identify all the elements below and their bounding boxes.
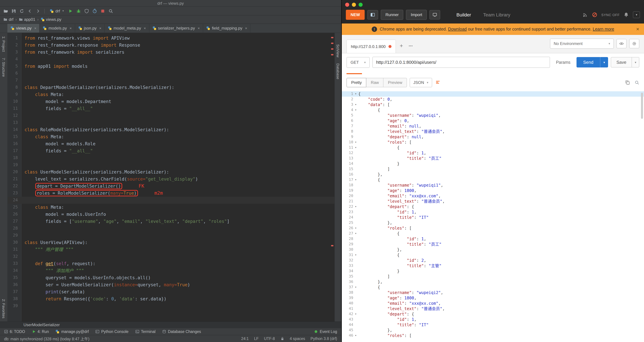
banner-close-icon[interactable]: ×: [636, 26, 639, 32]
forward-button[interactable]: [34, 7, 42, 14]
debug-button[interactable]: [75, 7, 82, 14]
save-button[interactable]: Save ▾: [611, 57, 639, 67]
status-value[interactable]: Python 3.8 (drf): [310, 337, 337, 341]
event-log-button[interactable]: Event Log: [314, 330, 337, 334]
new-tab-button[interactable]: +: [396, 43, 407, 49]
window-controls[interactable]: [345, 3, 363, 7]
copy-icon[interactable]: [625, 80, 630, 85]
editor-tab[interactable]: field_mapping.py×: [203, 24, 250, 32]
tool-window-button[interactable]: 2: Favorites: [2, 299, 6, 318]
url-input[interactable]: [372, 57, 550, 68]
tool-window-button[interactable]: SciView: [336, 44, 340, 57]
tab-close-icon[interactable]: ×: [34, 26, 36, 30]
view-preview-button[interactable]: Preview: [383, 78, 407, 87]
fold-icon[interactable]: ▾: [353, 231, 358, 236]
status-value[interactable]: UTF-8: [264, 337, 275, 341]
editor-tab[interactable]: models.py×: [40, 24, 75, 32]
send-button[interactable]: Send ▾: [576, 57, 608, 67]
fold-icon[interactable]: ▾: [353, 252, 358, 258]
import-button[interactable]: Import: [406, 10, 427, 20]
stop-button[interactable]: [99, 7, 106, 14]
back-button[interactable]: [26, 7, 34, 14]
search-button[interactable]: [107, 7, 114, 14]
settings-button[interactable]: [629, 39, 639, 48]
status-value[interactable]: 4 spaces: [290, 337, 305, 341]
coverage-button[interactable]: [83, 7, 90, 14]
sync-button[interactable]: [18, 7, 26, 14]
fold-icon[interactable]: ▾: [353, 333, 358, 338]
status-value[interactable]: 24:1: [241, 337, 249, 341]
save-button[interactable]: [10, 7, 18, 14]
profiler-button[interactable]: [91, 7, 98, 14]
fold-icon[interactable]: ▾: [353, 140, 358, 145]
toolbar-button-run[interactable]: 4: Run: [32, 330, 49, 334]
fold-icon[interactable]: ▾: [353, 91, 358, 97]
fold-icon[interactable]: ▾: [353, 102, 358, 107]
fold-icon[interactable]: ▾: [353, 177, 358, 183]
send-options-icon[interactable]: ▾: [600, 57, 608, 67]
method-select[interactable]: GET ▾: [346, 57, 370, 68]
tab-builder[interactable]: Builder: [456, 12, 471, 17]
breadcrumb-item[interactable]: drf: [3, 17, 14, 22]
fold-icon[interactable]: ▾: [353, 312, 358, 317]
editor-tab[interactable]: views.py×: [8, 24, 40, 32]
sync-disabled-button[interactable]: [592, 12, 597, 17]
tool-window-button[interactable]: Database: [336, 63, 340, 79]
tab-close-icon[interactable]: ×: [245, 26, 247, 30]
tab-close-icon[interactable]: ×: [198, 26, 200, 30]
breadcrumb-item[interactable]: app01: [19, 17, 35, 22]
fold-icon[interactable]: ▾: [353, 285, 358, 290]
status-value[interactable]: LF: [254, 337, 258, 341]
close-window-button[interactable]: [345, 3, 349, 7]
account-menu-button[interactable]: ▾: [633, 11, 640, 18]
toolbar-button-python[interactable]: manage.py@drf: [56, 330, 89, 334]
learn-more-link[interactable]: Learn more: [593, 27, 614, 31]
format-select[interactable]: JSON ▾: [410, 78, 432, 87]
minimize-window-button[interactable]: [352, 3, 356, 7]
fold-icon: [353, 322, 358, 328]
new-button[interactable]: NEW: [346, 10, 365, 20]
tab-team-library[interactable]: Team Library: [483, 12, 510, 17]
beautify-button[interactable]: [435, 80, 440, 85]
editor-tab[interactable]: json.py×: [75, 24, 105, 32]
tab-close-icon[interactable]: ×: [70, 26, 72, 30]
request-tab[interactable]: http://127.0.0.1:800: [346, 40, 396, 53]
run-button[interactable]: [67, 7, 74, 14]
editor-tab[interactable]: model_meta.py×: [105, 24, 149, 32]
editor-tab[interactable]: serializer_helpers.py×: [149, 24, 203, 32]
toolbar-button-db[interactable]: Database Changes: [162, 330, 201, 334]
download-link[interactable]: Download: [448, 27, 467, 31]
environment-select[interactable]: No Environment ▾: [550, 38, 614, 49]
fold-icon[interactable]: ▾: [353, 107, 358, 113]
params-button[interactable]: Params: [553, 57, 574, 67]
tab-close-icon[interactable]: ×: [144, 26, 146, 30]
search-response-icon[interactable]: [634, 80, 639, 85]
runner-button[interactable]: Runner: [381, 10, 404, 20]
pane-toggle-button[interactable]: [367, 10, 378, 19]
fold-icon[interactable]: ▾: [353, 145, 358, 150]
scrollbar-thumb[interactable]: [641, 93, 643, 119]
bell-button[interactable]: [624, 12, 629, 17]
fold-icon[interactable]: ▾: [353, 226, 358, 231]
run-config-selector[interactable]: drf ▾: [47, 8, 66, 13]
toolbar-button-terminal[interactable]: Terminal: [135, 330, 156, 334]
view-pretty-button[interactable]: Pretty: [346, 78, 366, 87]
tool-window-button[interactable]: 7: Structure: [2, 58, 6, 77]
save-options-icon[interactable]: ▾: [632, 57, 639, 67]
toolbar-button-console[interactable]: Python Console: [96, 330, 128, 334]
breadcrumb-item[interactable]: views.py: [40, 17, 61, 22]
open-button[interactable]: [2, 7, 10, 14]
view-raw-button[interactable]: Raw: [366, 78, 384, 87]
tool-window-button[interactable]: 1: Project: [2, 36, 6, 52]
new-window-button[interactable]: [430, 10, 440, 19]
zoom-window-button[interactable]: [358, 3, 363, 7]
error-stripe[interactable]: [330, 33, 334, 322]
response-body[interactable]: 1▾{2 "code": 0,3▾ "data": [4▾ {5 "userna…: [342, 90, 644, 342]
environment-preview-button[interactable]: [616, 39, 626, 48]
fold-icon[interactable]: ▾: [353, 204, 358, 209]
tab-overflow-button[interactable]: •••: [407, 44, 415, 48]
tab-close-icon[interactable]: ×: [99, 26, 102, 30]
toolbar-button-todo[interactable]: 6: TODO: [4, 330, 25, 334]
code-editor[interactable]: 1from rest_framework.views import APIVie…: [8, 33, 334, 322]
interceptor-button[interactable]: [582, 12, 588, 17]
